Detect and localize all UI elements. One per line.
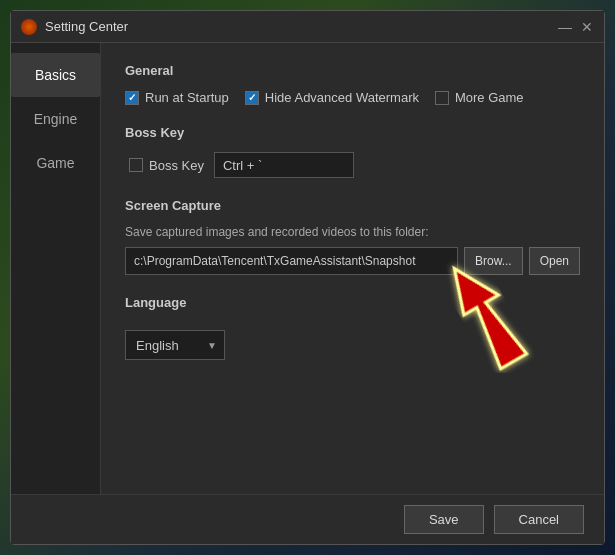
language-select[interactable]: English Chinese Japanese Korean [125,330,225,360]
title-bar: Setting Center — ✕ [11,11,604,43]
boss-key-title: Boss Key [125,125,580,140]
boss-key-row: Boss Key [125,152,580,178]
sidebar-item-game[interactable]: Game [11,141,100,185]
run-at-startup-label: Run at Startup [145,90,229,105]
more-game-item[interactable]: More Game [435,90,524,105]
window-title: Setting Center [45,19,558,34]
cancel-button[interactable]: Cancel [494,505,584,534]
bottom-bar: Save Cancel [11,494,604,544]
boss-key-checkbox-item[interactable]: Boss Key [129,158,204,173]
language-section: Language English Chinese Japanese Korean… [125,295,580,360]
open-button[interactable]: Open [529,247,580,275]
sidebar-item-engine[interactable]: Engine [11,97,100,141]
run-at-startup-checkbox[interactable]: ✓ [125,91,139,105]
run-at-startup-item[interactable]: ✓ Run at Startup [125,90,229,105]
save-button[interactable]: Save [404,505,484,534]
general-section: General ✓ Run at Startup ✓ Hide Advanced… [125,63,580,105]
screen-capture-title: Screen Capture [125,198,580,213]
app-icon [21,19,37,35]
screen-capture-section: Screen Capture Save captured images and … [125,198,580,275]
content-area: Basics Engine Game General ✓ Run at St [11,43,604,494]
sidebar: Basics Engine Game [11,43,101,494]
more-game-checkbox[interactable] [435,91,449,105]
settings-window: Setting Center — ✕ Basics Engine Game Ge… [10,10,605,545]
minimize-button[interactable]: — [558,20,572,34]
more-game-label: More Game [455,90,524,105]
general-title: General [125,63,580,78]
language-select-wrapper: English Chinese Japanese Korean ▼ [125,330,225,360]
boss-key-label: Boss Key [149,158,204,173]
hide-watermark-checkbox[interactable]: ✓ [245,91,259,105]
general-options-row: ✓ Run at Startup ✓ Hide Advanced Waterma… [125,90,580,105]
boss-key-section: Boss Key Boss Key [125,125,580,178]
boss-key-checkbox[interactable] [129,158,143,172]
sidebar-item-basics[interactable]: Basics [11,53,100,97]
boss-key-input[interactable] [214,152,354,178]
close-button[interactable]: ✕ [580,20,594,34]
screen-capture-description: Save captured images and recorded videos… [125,225,580,239]
main-panel: General ✓ Run at Startup ✓ Hide Advanced… [101,43,604,494]
hide-watermark-label: Hide Advanced Watermark [265,90,419,105]
window-controls: — ✕ [558,20,594,34]
hide-watermark-item[interactable]: ✓ Hide Advanced Watermark [245,90,419,105]
path-row: Brow... Open [125,247,580,275]
browse-button[interactable]: Brow... [464,247,523,275]
path-input[interactable] [125,247,458,275]
language-title: Language [125,295,580,310]
